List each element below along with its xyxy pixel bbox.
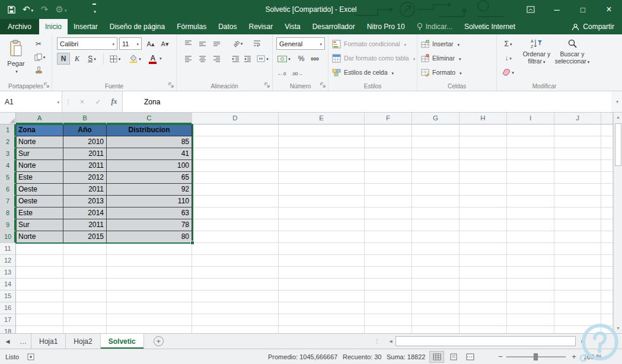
tab-desarrollador[interactable]: Desarrollador: [307, 19, 361, 34]
cell-J5[interactable]: [554, 172, 601, 184]
cell-A11[interactable]: [16, 243, 63, 255]
cell-C15[interactable]: [107, 290, 192, 302]
cell-F11[interactable]: [365, 243, 412, 255]
cell-B3[interactable]: 2011: [63, 148, 107, 160]
cell-H18[interactable]: [460, 326, 507, 333]
font-size-select[interactable]: 11: [119, 37, 142, 50]
cell-D15[interactable]: [192, 290, 279, 302]
zoom-slider-thumb[interactable]: [534, 353, 538, 360]
cell-E7[interactable]: [279, 196, 365, 207]
quick-tool-button[interactable]: ⚙: [55, 2, 68, 17]
number-format-select[interactable]: General: [276, 37, 325, 50]
dialog-launcher-icon[interactable]: [44, 82, 50, 88]
cell-C3[interactable]: 41: [107, 148, 192, 160]
expand-formula-bar-button[interactable]: [611, 91, 622, 112]
cell-I17[interactable]: [507, 314, 554, 326]
cell-H8[interactable]: [460, 207, 507, 219]
cell-B5[interactable]: 2012: [63, 172, 107, 184]
cell-A7[interactable]: Oeste: [16, 196, 63, 207]
horizontal-scrollbar[interactable]: ◀ ▶: [386, 334, 588, 349]
cell-E16[interactable]: [279, 302, 365, 314]
cell-B6[interactable]: 2011: [63, 184, 107, 196]
cell-J9[interactable]: [554, 219, 601, 231]
cell-J8[interactable]: [554, 207, 601, 219]
cell-I14[interactable]: [507, 279, 554, 290]
cell-J11[interactable]: [554, 243, 601, 255]
align-right-button[interactable]: [210, 53, 223, 65]
decrease-decimal-button[interactable]: .00→: [291, 68, 304, 79]
cell-A13[interactable]: [16, 267, 63, 279]
cell-K14[interactable]: [601, 279, 613, 290]
cell-K9[interactable]: [601, 219, 613, 231]
cell-F2[interactable]: [365, 136, 412, 148]
cell-J4[interactable]: [554, 160, 601, 172]
font-name-select[interactable]: Calibri: [57, 37, 117, 50]
cell-D5[interactable]: [192, 172, 279, 184]
sort-filter-button[interactable]: AZ Ordenar y filtrar: [519, 37, 554, 83]
bold-button[interactable]: N: [57, 53, 70, 65]
decrease-indent-button[interactable]: [229, 53, 242, 65]
row-header-7[interactable]: 7: [0, 196, 16, 207]
cell-C17[interactable]: [107, 314, 192, 326]
cell-K1[interactable]: [601, 124, 613, 136]
cell-C1[interactable]: Distribucion: [107, 124, 192, 136]
merge-center-button[interactable]: [254, 53, 272, 65]
cell-E13[interactable]: [279, 267, 365, 279]
cell-F8[interactable]: [365, 207, 412, 219]
cell-J3[interactable]: [554, 148, 601, 160]
cell-A18[interactable]: [16, 326, 63, 333]
row-header-10[interactable]: 10: [0, 231, 16, 243]
cell-F10[interactable]: [365, 231, 412, 243]
align-bottom-button[interactable]: [210, 37, 223, 49]
cell-H9[interactable]: [460, 219, 507, 231]
cell-B17[interactable]: [63, 314, 107, 326]
cell-G17[interactable]: [412, 314, 460, 326]
cell-B4[interactable]: 2011: [63, 160, 107, 172]
macro-record-icon[interactable]: [27, 353, 34, 360]
cell-G14[interactable]: [412, 279, 460, 290]
cell-A3[interactable]: Sur: [16, 148, 63, 160]
increase-font-size-button[interactable]: A▴: [144, 38, 157, 50]
cell-A2[interactable]: Norte: [16, 136, 63, 148]
cell-F7[interactable]: [365, 196, 412, 207]
cell-F3[interactable]: [365, 148, 412, 160]
cell-K5[interactable]: [601, 172, 613, 184]
cell-H11[interactable]: [460, 243, 507, 255]
increase-decimal-button[interactable]: ←.0: [275, 68, 288, 79]
cell-G10[interactable]: [412, 231, 460, 243]
cell-K4[interactable]: [601, 160, 613, 172]
cell-F4[interactable]: [365, 160, 412, 172]
cell-D3[interactable]: [192, 148, 279, 160]
tab-formulas[interactable]: Fórmulas: [171, 19, 212, 34]
cell-E11[interactable]: [279, 243, 365, 255]
cell-J15[interactable]: [554, 290, 601, 302]
cell-E2[interactable]: [279, 136, 365, 148]
cell-B14[interactable]: [63, 279, 107, 290]
cell-E10[interactable]: [279, 231, 365, 243]
cell-G4[interactable]: [412, 160, 460, 172]
cell-H6[interactable]: [460, 184, 507, 196]
cell-C5[interactable]: 65: [107, 172, 192, 184]
vertical-scrollbar-thumb[interactable]: [615, 123, 621, 166]
cell-C18[interactable]: [107, 326, 192, 333]
horizontal-scrollbar-thumb[interactable]: [395, 336, 576, 346]
cell-K16[interactable]: [601, 302, 613, 314]
cell-J14[interactable]: [554, 279, 601, 290]
cell-F9[interactable]: [365, 219, 412, 231]
scroll-left-button[interactable]: ◀: [386, 334, 395, 349]
cell-I16[interactable]: [507, 302, 554, 314]
column-header-A[interactable]: A: [16, 113, 63, 124]
cell-F5[interactable]: [365, 172, 412, 184]
enter-button[interactable]: ✓: [90, 91, 106, 112]
cell-J6[interactable]: [554, 184, 601, 196]
cell-H16[interactable]: [460, 302, 507, 314]
column-header-F[interactable]: F: [365, 113, 412, 124]
cell-B9[interactable]: 2011: [63, 219, 107, 231]
cell-I13[interactable]: [507, 267, 554, 279]
cell-K3[interactable]: [601, 148, 613, 160]
font-color-button[interactable]: A: [147, 52, 165, 64]
cell-H10[interactable]: [460, 231, 507, 243]
cell-G15[interactable]: [412, 290, 460, 302]
row-header-14[interactable]: 14: [0, 279, 16, 290]
cell-D18[interactable]: [192, 326, 279, 333]
